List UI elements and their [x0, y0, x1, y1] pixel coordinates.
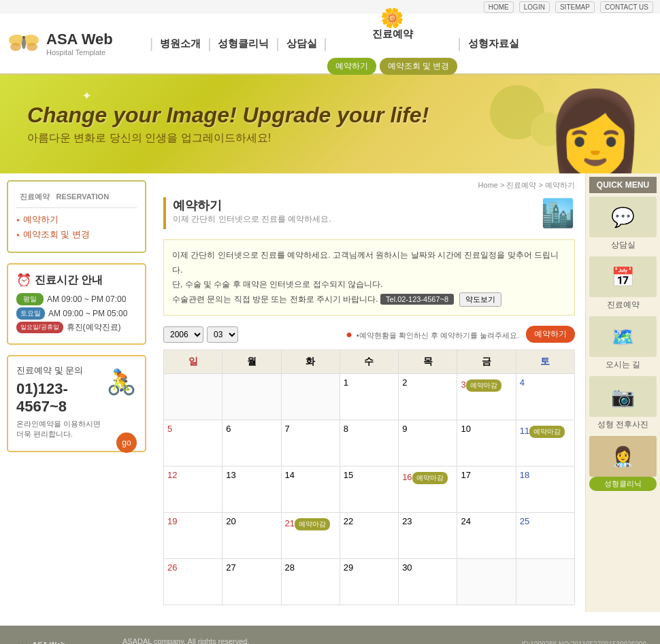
calendar-cell-4-2[interactable]: 28 [281, 559, 340, 605]
month-select[interactable]: 01020304 05060708 09101112 [207, 326, 238, 343]
calendar-cell-0-5[interactable]: 3예약마감 [457, 374, 516, 420]
quick-item-directions[interactable]: 🗺️ 오시는 길 [589, 316, 657, 373]
contact-go-button[interactable]: go [116, 433, 137, 453]
calendar-cell-1-3[interactable]: 8 [340, 420, 398, 467]
info-line-1: 이제 간단히 인터넷으로 진료를 예약하세요. 고객님께서 원하시는 날짜와 시… [172, 248, 566, 277]
calendar-cell-3-4[interactable]: 23 [399, 513, 457, 559]
info-line-2: 단, 수술 및 수술 후 매약은 인터넷으로 접수되지 않습니다. [172, 277, 566, 292]
reserved-badge: 예약마감 [295, 518, 330, 530]
reserved-badge: 예약마감 [529, 426, 565, 438]
nav-item-hospital[interactable]: 병원소개 [153, 34, 208, 54]
calendar-notice: ● •예약현황을 확인하신 후 예약하기를 눌려주세요. [346, 328, 519, 341]
logo-area: ASA Web Hospital Template [7, 27, 150, 61]
quick-label-before-after: 성형 전후사진 [589, 417, 657, 433]
calendar-cell-0-4[interactable]: 2 [399, 374, 457, 420]
nav-item-consultation[interactable]: 상담실 [280, 34, 324, 54]
clock-icon: ⏰ [16, 273, 31, 288]
quick-label-directions: 오시는 길 [589, 357, 657, 373]
tel-badge: Tel.02-123-4567~8 [380, 294, 454, 305]
map-more-button[interactable]: 약도보기 [459, 292, 501, 307]
sitemap-link[interactable]: SITEMAP [555, 1, 595, 13]
sidebar: 진료예약 RESERVATION 예약하기 예약조회 및 변경 ⏰ 진료시간 안… [0, 173, 153, 612]
cal-header-sun: 일 [164, 350, 222, 374]
quick-item-consultation[interactable]: 💬 상담실 [589, 197, 657, 253]
calendar-cell-1-5[interactable]: 10 [457, 420, 516, 467]
cyclist-icon: 🚴 [106, 368, 137, 396]
svg-point-2 [10, 43, 21, 51]
hours-row-saturday: 토요일 AM 09:00 ~ PM 05:00 [16, 307, 137, 320]
cal-header-tue: 화 [281, 350, 340, 374]
page-header: 예약하기 이제 간단히 인터넷으로 진료를 예약하세요. 🏙️ [163, 197, 575, 229]
top-navigation: HOME LOGIN SITEMAP CONTACT US [0, 0, 660, 14]
footer: 🦋 ASA Web Hospital Template ASADAL compa… [0, 626, 660, 644]
banner-sub-text: 아름다운 변화로 당신의 인생을 업그레이드하세요! [27, 131, 429, 146]
main-content: Home > 진료예약 > 예약하기 예약하기 이제 간단히 인터넷으로 진료를… [153, 173, 585, 612]
sunday-time: 휴진(예약진료) [67, 322, 121, 333]
saturday-time: AM 09:00 ~ PM 05:00 [48, 309, 127, 318]
quick-item-reservation[interactable]: 📅 진료예약 [589, 256, 657, 313]
info-box: 이제 간단히 인터넷으로 진료를 예약하세요. 고객님께서 원하시는 날짜와 시… [163, 239, 575, 316]
sidebar-reserve-link[interactable]: 예약하기 [16, 214, 137, 226]
calendar-cell-2-3[interactable]: 15 [340, 467, 398, 513]
calendar-cell-4-1[interactable]: 27 [222, 559, 281, 605]
calendar-cell-3-5[interactable]: 24 [457, 513, 516, 559]
nav-reservation-area: 🌼 진료예약 예약하기 예약조회 및 변경 [327, 12, 458, 75]
calendar-cell-4-4[interactable]: 30 [399, 559, 457, 605]
footer-butterfly-icon: 🦋 [14, 641, 29, 644]
calendar-cell-1-6[interactable]: 11예약마감 [516, 420, 574, 467]
banner-text: Change your Image! Upgrade your life! 아름… [0, 89, 456, 159]
calendar-cell-2-6[interactable]: 18 [516, 467, 574, 513]
cal-header-fri: 금 [457, 350, 516, 374]
calendar-cell-3-1[interactable]: 20 [222, 513, 281, 559]
svg-point-3 [27, 43, 37, 51]
calendar-cell-0-2 [281, 374, 340, 420]
quick-icon-before-after: 📷 [589, 376, 657, 417]
calendar-cell-0-3[interactable]: 1 [340, 374, 398, 420]
footer-id: ID:1999286 NO:20110527091530026000 ▲ TOP [522, 641, 647, 644]
calendar-cell-2-1[interactable]: 13 [222, 467, 281, 513]
calendar-cell-2-2[interactable]: 14 [281, 467, 340, 513]
sidebar-contact-box: 진료예약 및 문의 01)123-4567~8 온라인예약을 이용하시면 더욱 … [7, 355, 146, 452]
logo-text: ASA Web Hospital Template [46, 31, 113, 56]
reserve-check-nav-button[interactable]: 예약조회 및 변경 [380, 58, 458, 75]
cal-header-mon: 월 [222, 350, 281, 374]
calendar-cell-1-1[interactable]: 6 [222, 420, 281, 467]
reserved-badge: 예약마감 [466, 379, 501, 392]
saturday-label: 토요일 [16, 307, 45, 320]
year-select[interactable]: 2006 [163, 326, 203, 343]
calendar-cell-1-4[interactable]: 9 [399, 420, 457, 467]
hours-row-sunday: 일요일/공휴일 휴진(예약진료) [16, 322, 137, 333]
reservation-buttons: 예약하기 예약조회 및 변경 [327, 58, 458, 75]
contact-desc: 온라인예약을 이용하시면 더욱 편리합니다. [16, 419, 106, 439]
calendar-cell-3-2[interactable]: 21예약마감 [281, 513, 340, 559]
calendar-cell-3-0[interactable]: 19 [164, 513, 222, 559]
calendar-cell-1-0[interactable]: 5 [164, 420, 222, 467]
calendar-controls: 2006 01020304 05060708 09101112 ● •예약현황을… [163, 326, 575, 343]
contact-link[interactable]: CONTACT US [600, 1, 653, 13]
calendar-cell-3-6[interactable]: 25 [516, 513, 574, 559]
calendar-cell-1-2[interactable]: 7 [281, 420, 340, 467]
notice-dot: ● [346, 328, 352, 340]
calendar-cell-4-6 [516, 559, 574, 605]
contact-phone: 01)123-4567~8 [16, 380, 106, 416]
calendar-cell-4-0[interactable]: 26 [164, 559, 222, 605]
nav-item-clinic[interactable]: 성형클리닉 [211, 34, 276, 54]
reserve-now-button[interactable]: 예약하기 [526, 326, 575, 343]
calendar-cell-3-3[interactable]: 22 [340, 513, 398, 559]
info-line-3: 수술관련 문의는 직접 방문 또는 전화로 주시기 바랍니다. Tel.02-1… [172, 292, 566, 307]
page-subtitle: 이제 간단히 인터넷으로 진료를 예약하세요. [173, 214, 331, 225]
footer-logo-main: ASA Web [32, 641, 80, 644]
calendar-cell-2-0[interactable]: 12 [164, 467, 222, 513]
quick-item-plastic-clinic[interactable]: 👩‍⚕️ 성형클리닉 [589, 436, 657, 491]
home-link[interactable]: HOME [484, 1, 514, 13]
calendar-cell-0-6[interactable]: 4 [516, 374, 574, 420]
quick-item-before-after[interactable]: 📷 성형 전후사진 [589, 376, 657, 433]
login-link[interactable]: LOGIN [519, 1, 550, 13]
nav-item-gallery[interactable]: 성형자료실 [461, 34, 526, 54]
sidebar-check-link[interactable]: 예약조회 및 변경 [16, 228, 137, 241]
calendar-cell-2-4[interactable]: 16예약마감 [399, 467, 457, 513]
calendar-cell-2-5[interactable]: 17 [457, 467, 516, 513]
calendar-cell-4-3[interactable]: 29 [340, 559, 398, 605]
reserve-now-nav-button[interactable]: 예약하기 [327, 58, 376, 75]
sunday-label: 일요일/공휴일 [16, 322, 63, 333]
